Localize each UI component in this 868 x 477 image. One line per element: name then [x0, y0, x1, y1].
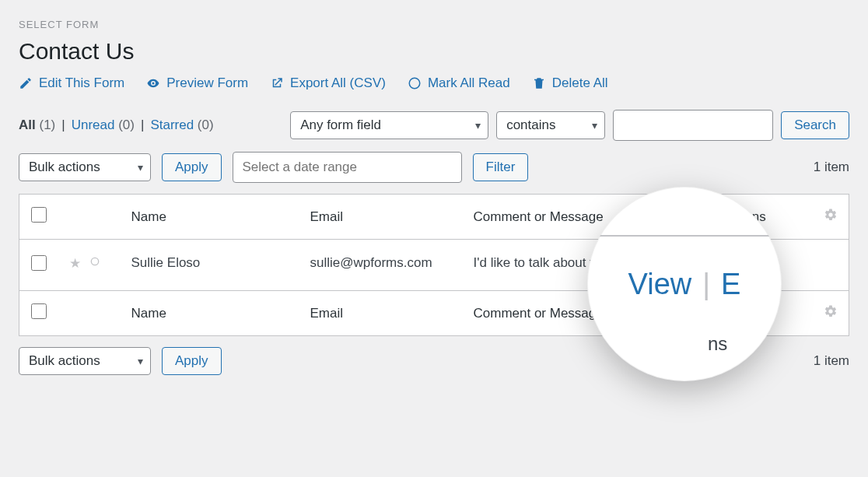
field-select-wrap: Any form field ▾ — [290, 111, 488, 139]
filter-tabs: All (1) | Unread (0) | Starred (0) — [19, 117, 214, 133]
tab-unread-label: Unread — [72, 117, 115, 132]
magnifier-divider — [587, 235, 782, 237]
tab-all-count: (1) — [39, 117, 55, 132]
action-links: Edit This Form Preview Form Export All (… — [19, 75, 849, 91]
page-title: Contact Us — [19, 38, 849, 65]
select-all-header[interactable] — [19, 195, 58, 240]
col-email-header[interactable]: Email — [299, 291, 463, 336]
magnifier-separator: | — [702, 268, 710, 301]
filters-row: All (1) | Unread (0) | Starred (0) Any f… — [19, 110, 849, 141]
eye-icon — [146, 76, 160, 90]
trash-icon — [532, 76, 546, 90]
tab-all[interactable]: All (1) — [19, 117, 55, 133]
tab-separator: | — [141, 117, 144, 133]
select-form-label: SELECT FORM — [19, 19, 849, 30]
magnifier-overlay: View | E ns — [587, 187, 782, 381]
svg-point-0 — [92, 258, 99, 265]
tab-unread-count: (0) — [118, 117, 135, 132]
row-indicators: ★ — [58, 240, 121, 291]
search-button[interactable]: Search — [781, 111, 849, 139]
tab-starred-count: (0) — [198, 117, 214, 132]
apply-bulk-button[interactable]: Apply — [162, 347, 222, 375]
mark-all-read-label: Mark All Read — [428, 75, 510, 91]
delete-all-link[interactable]: Delete All — [532, 75, 608, 91]
contains-select-wrap: contains ▾ — [496, 111, 605, 139]
search-value-input[interactable] — [613, 110, 773, 141]
row-checkbox[interactable] — [31, 255, 47, 271]
tab-unread[interactable]: Unread (0) — [72, 117, 135, 133]
row-email: sullie@wpforms.com — [299, 240, 463, 291]
magnifier-fragment-text: ns — [708, 333, 727, 355]
contains-select[interactable]: contains — [496, 111, 605, 139]
edit-form-label: Edit This Form — [39, 75, 124, 91]
tab-starred[interactable]: Starred (0) — [150, 117, 213, 133]
circle-icon — [408, 76, 422, 90]
edit-form-link[interactable]: Edit This Form — [19, 75, 124, 91]
row-name: Sullie Eloso — [121, 240, 299, 291]
mark-all-read-link[interactable]: Mark All Read — [408, 75, 510, 91]
tab-starred-label: Starred — [150, 117, 194, 132]
bulk-select-wrap-bottom: Bulk actions ▾ — [19, 347, 151, 375]
field-select[interactable]: Any form field — [290, 111, 488, 139]
select-all-footer[interactable] — [19, 291, 58, 336]
col-name-header[interactable]: Name — [121, 195, 299, 240]
tab-all-label: All — [19, 117, 36, 132]
select-all-checkbox[interactable] — [31, 303, 47, 319]
delete-all-label: Delete All — [552, 75, 608, 91]
export-icon — [270, 76, 284, 90]
col-gear-header[interactable] — [813, 195, 849, 240]
col-gear-header[interactable] — [813, 291, 849, 336]
bulk-actions-select[interactable]: Bulk actions — [19, 153, 151, 181]
gear-icon — [824, 210, 838, 225]
gear-icon — [824, 307, 838, 321]
filter-button[interactable]: Filter — [473, 153, 529, 181]
view-link-magnified[interactable]: View — [628, 268, 692, 301]
date-range-input[interactable] — [233, 152, 462, 183]
star-icon[interactable]: ★ — [69, 255, 81, 272]
items-count-bottom: 1 item — [814, 353, 849, 369]
items-count-top: 1 item — [814, 160, 849, 175]
preview-form-link[interactable]: Preview Form — [146, 75, 248, 91]
read-indicator-icon[interactable] — [89, 255, 101, 272]
col-email-header[interactable]: Email — [299, 195, 463, 240]
pencil-icon — [19, 76, 33, 90]
export-all-label: Export All (CSV) — [290, 75, 386, 91]
bulk-select-wrap: Bulk actions ▾ — [19, 153, 151, 181]
edit-link-magnified-partial[interactable]: E — [721, 268, 740, 301]
tab-separator: | — [61, 117, 65, 133]
secondary-row: Bulk actions ▾ Apply Filter 1 item — [19, 152, 849, 183]
col-name-header[interactable]: Name — [121, 291, 299, 336]
apply-bulk-button[interactable]: Apply — [162, 153, 222, 181]
select-all-checkbox[interactable] — [31, 207, 47, 223]
preview-form-label: Preview Form — [166, 75, 248, 91]
bulk-actions-select[interactable]: Bulk actions — [19, 347, 151, 375]
export-all-link[interactable]: Export All (CSV) — [270, 75, 386, 91]
